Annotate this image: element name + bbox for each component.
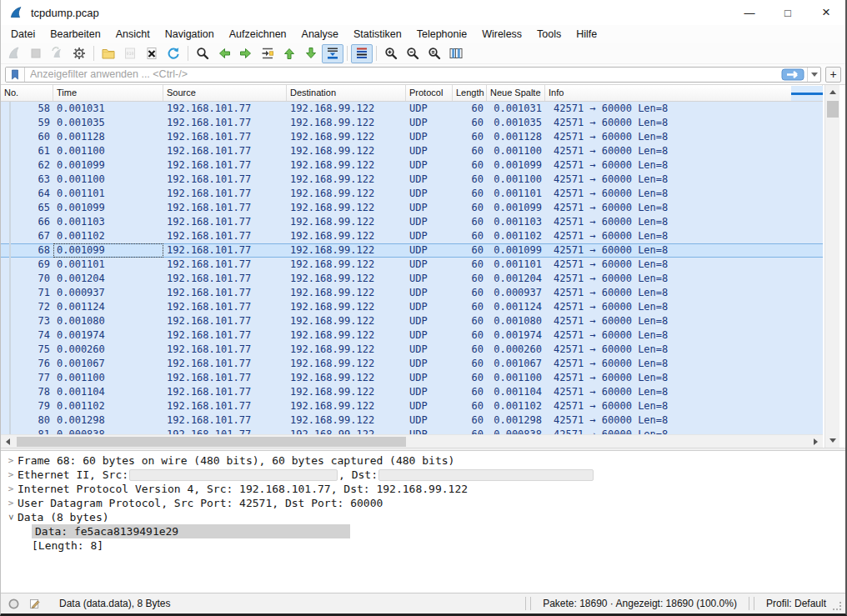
cell-source[interactable]: 192.168.101.77 xyxy=(163,243,287,258)
detail-line-udp[interactable]: >User Datagram Protocol, Src Port: 42571… xyxy=(1,496,845,510)
cell-source[interactable]: 192.168.101.77 xyxy=(163,201,287,215)
cell-source[interactable]: 192.168.101.77 xyxy=(163,258,287,272)
cell-neue[interactable]: 0.001102 xyxy=(487,229,545,243)
column-header-destination[interactable]: Destination xyxy=(287,85,406,101)
cell-source[interactable]: 192.168.101.77 xyxy=(163,357,287,371)
cell-info[interactable]: 42571 → 60000 Len=8 xyxy=(545,173,823,187)
cell-destination[interactable]: 192.168.99.122 xyxy=(287,399,406,413)
cell-info[interactable]: 42571 → 60000 Len=8 xyxy=(545,399,823,413)
cell-protocol[interactable]: UDP xyxy=(406,243,453,258)
cell-destination[interactable]: 192.168.99.122 xyxy=(287,229,406,243)
cell-time[interactable]: 0.001101 xyxy=(53,187,163,201)
packet-row-65[interactable]: 650.001099192.168.101.77192.168.99.122UD… xyxy=(1,201,823,215)
cell-info[interactable]: 42571 → 60000 Len=8 xyxy=(545,158,823,173)
cell-protocol[interactable]: UDP xyxy=(406,343,453,357)
cell-time[interactable]: 0.001128 xyxy=(53,130,163,144)
colorize-packets-button[interactable] xyxy=(351,44,373,63)
maximize-button[interactable]: □ xyxy=(769,0,807,25)
cell-protocol[interactable]: UDP xyxy=(406,116,453,130)
cell-time[interactable]: 0.001035 xyxy=(53,116,163,130)
scroll-left-arrow[interactable] xyxy=(1,435,15,448)
cell-time[interactable]: 0.000260 xyxy=(53,343,163,357)
cell-source[interactable]: 192.168.101.77 xyxy=(163,215,287,229)
cell-neue[interactable]: 0.001035 xyxy=(487,116,545,130)
go-to-packet-button[interactable] xyxy=(257,44,278,63)
detail-line-ethernet[interactable]: >Ethernet II, Src: , Dst: xyxy=(1,468,845,482)
cell-destination[interactable]: 192.168.99.122 xyxy=(287,130,406,144)
horizontal-scrollbar-thumb[interactable] xyxy=(17,437,406,447)
cell-source[interactable]: 192.168.101.77 xyxy=(163,300,287,314)
cell-info[interactable]: 42571 → 60000 Len=8 xyxy=(545,102,823,116)
packet-row-75[interactable]: 750.000260192.168.101.77192.168.99.122UD… xyxy=(1,343,823,357)
cell-neue[interactable]: 0.000937 xyxy=(487,286,545,300)
cell-protocol[interactable]: UDP xyxy=(406,314,453,328)
cell-protocol[interactable]: UDP xyxy=(406,399,453,413)
detail-line-data-value[interactable]: Data: fe5aca8139491e29 xyxy=(1,524,845,538)
cell-time[interactable]: 0.001080 xyxy=(53,314,163,328)
cell-info[interactable]: 42571 → 60000 Len=8 xyxy=(545,187,823,201)
go-forward-button[interactable] xyxy=(235,44,257,63)
cell-protocol[interactable]: UDP xyxy=(406,357,453,371)
column-header-no[interactable]: No. xyxy=(1,85,53,101)
cell-neue[interactable]: 0.001099 xyxy=(487,243,545,258)
cell-time[interactable]: 0.001031 xyxy=(53,102,163,116)
cell-info[interactable]: 42571 → 60000 Len=8 xyxy=(545,272,823,286)
cell-protocol[interactable]: UDP xyxy=(406,300,453,314)
cell-source[interactable]: 192.168.101.77 xyxy=(163,144,287,158)
cell-neue[interactable]: 0.001104 xyxy=(487,385,545,399)
menu-tools[interactable]: Tools xyxy=(529,27,569,42)
cell-info[interactable]: 42571 → 60000 Len=8 xyxy=(545,343,823,357)
packet-row-78[interactable]: 780.001104192.168.101.77192.168.99.122UD… xyxy=(1,385,823,399)
packet-row-68[interactable]: 680.001099192.168.101.77192.168.99.122UD… xyxy=(1,243,823,258)
cell-protocol[interactable]: UDP xyxy=(406,371,453,385)
column-header-source[interactable]: Source xyxy=(163,85,287,101)
packet-row-79[interactable]: 790.001102192.168.101.77192.168.99.122UD… xyxy=(1,399,823,413)
cell-length[interactable]: 60 xyxy=(453,272,487,286)
cell-protocol[interactable]: UDP xyxy=(406,328,453,343)
cell-source[interactable]: 192.168.101.77 xyxy=(163,286,287,300)
expand-icon[interactable]: > xyxy=(4,453,18,468)
cell-protocol[interactable]: UDP xyxy=(406,102,453,116)
column-header-length[interactable]: Length xyxy=(453,85,487,101)
packet-row-58[interactable]: 580.001031192.168.101.77192.168.99.122UD… xyxy=(1,102,823,116)
cell-destination[interactable]: 192.168.99.122 xyxy=(287,201,406,215)
menu-analyse[interactable]: Analyse xyxy=(294,27,346,42)
cell-info[interactable]: 42571 → 60000 Len=8 xyxy=(545,385,823,399)
cell-protocol[interactable]: UDP xyxy=(406,258,453,272)
close-file-button[interactable] xyxy=(141,44,163,63)
capture-comment-icon[interactable] xyxy=(28,598,41,610)
go-first-packet-button[interactable] xyxy=(278,44,300,63)
cell-info[interactable]: 42571 → 60000 Len=8 xyxy=(545,243,823,258)
cell-destination[interactable]: 192.168.99.122 xyxy=(287,328,406,343)
menu-aufzeichnen[interactable]: Aufzeichnen xyxy=(222,27,294,42)
cell-destination[interactable]: 192.168.99.122 xyxy=(287,158,406,173)
menu-ansicht[interactable]: Ansicht xyxy=(108,27,158,42)
scroll-right-arrow[interactable] xyxy=(809,435,823,448)
cell-time[interactable]: 0.000838 xyxy=(53,428,163,434)
cell-neue[interactable]: 0.001101 xyxy=(487,258,545,272)
cell-protocol[interactable]: UDP xyxy=(406,413,453,428)
cell-source[interactable]: 192.168.101.77 xyxy=(163,399,287,413)
add-filter-button[interactable]: + xyxy=(825,67,841,83)
cell-length[interactable]: 60 xyxy=(453,385,487,399)
cell-neue[interactable]: 0.001102 xyxy=(487,399,545,413)
minimize-button[interactable]: — xyxy=(730,0,769,25)
detail-line-frame[interactable]: >Frame 68: 60 bytes on wire (480 bits), … xyxy=(1,453,845,468)
detail-line-ip[interactable]: >Internet Protocol Version 4, Src: 192.1… xyxy=(1,482,845,496)
packet-row-67[interactable]: 670.001102192.168.101.77192.168.99.122UD… xyxy=(1,229,823,243)
cell-time[interactable]: 0.001100 xyxy=(53,173,163,187)
cell-time[interactable]: 0.001100 xyxy=(53,371,163,385)
cell-info[interactable]: 42571 → 60000 Len=8 xyxy=(545,371,823,385)
cell-length[interactable]: 60 xyxy=(453,413,487,428)
packet-row-74[interactable]: 740.001974192.168.101.77192.168.99.122UD… xyxy=(1,328,823,343)
cell-protocol[interactable]: UDP xyxy=(406,130,453,144)
cell-destination[interactable]: 192.168.99.122 xyxy=(287,357,406,371)
cell-time[interactable]: 0.001100 xyxy=(53,144,163,158)
cell-destination[interactable]: 192.168.99.122 xyxy=(287,300,406,314)
cell-info[interactable]: 42571 → 60000 Len=8 xyxy=(545,116,823,130)
packet-row-72[interactable]: 720.001124192.168.101.77192.168.99.122UD… xyxy=(1,300,823,314)
reload-file-button[interactable] xyxy=(163,44,184,63)
cell-length[interactable]: 60 xyxy=(453,314,487,328)
cell-source[interactable]: 192.168.101.77 xyxy=(163,272,287,286)
cell-destination[interactable]: 192.168.99.122 xyxy=(287,215,406,229)
